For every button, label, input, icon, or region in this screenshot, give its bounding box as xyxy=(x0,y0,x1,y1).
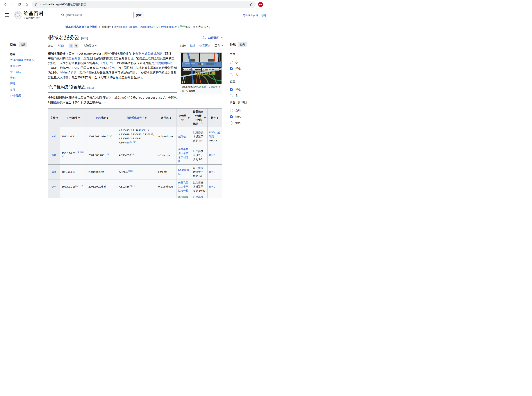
appearance-option-浅色[interactable]: 浅色 xyxy=(230,115,260,118)
sort-icon[interactable] xyxy=(188,117,189,119)
wiki-link[interactable]: IPv6 xyxy=(96,116,101,119)
wiki-link[interactable]: @wikipedia_zh_n xyxy=(114,25,137,28)
toc-item[interactable]: 参见 xyxy=(10,76,44,79)
wiki-link[interactable]: 威瑞信 xyxy=(178,135,186,138)
appearance-option-小[interactable]: 小 xyxy=(230,61,260,64)
wiki-link[interactable]: 字节 xyxy=(109,66,115,70)
edit-link[interactable]: 编辑 xyxy=(82,37,87,40)
toc-hide-button[interactable]: 隐藏 xyxy=(18,42,27,47)
reference-link[interactable]: [3] xyxy=(104,100,106,103)
variant-chip[interactable]: 漢 xyxy=(74,44,78,48)
tab-工具[interactable]: 工具 xyxy=(214,42,222,49)
radio-button[interactable] xyxy=(230,67,233,70)
wiki-link[interactable]: 任播 xyxy=(195,196,201,198)
radio-button[interactable] xyxy=(230,73,233,76)
column-header[interactable]: 设置地点#数量（全球/地区）[5] xyxy=(191,108,207,127)
radio-button[interactable] xyxy=(230,88,233,91)
radio-button[interactable] xyxy=(230,121,233,125)
wiki-link[interactable]: 域名服务器 xyxy=(66,57,80,60)
reload-button[interactable] xyxy=(16,1,23,7)
adblock-extension-icon[interactable]: ABP xyxy=(258,2,263,7)
reference-link[interactable]: [4][注 1] xyxy=(142,128,149,131)
appearance-option-深色[interactable]: 深色 xyxy=(230,121,260,125)
edit-link[interactable]: 编辑 xyxy=(88,87,93,89)
wikipedia-logo[interactable]: Ω W 维 И xyxy=(14,11,22,20)
root-server-link[interactable]: D xyxy=(52,185,56,188)
wiki-link[interactable]: 维基百科志愿者互联交流群 xyxy=(65,25,97,28)
wiki-link[interactable]: 任播 xyxy=(54,101,60,104)
search-input[interactable] xyxy=(59,12,133,18)
toc-item[interactable]: 参考 xyxy=(10,88,44,91)
radio-button[interactable] xyxy=(230,115,233,118)
main-menu-button[interactable] xyxy=(5,13,9,17)
sort-icon[interactable] xyxy=(107,117,108,119)
appearance-option-标准[interactable]: 标准 xyxy=(230,88,260,91)
column-header[interactable]: IPv4地址 xyxy=(60,108,87,127)
tab-编辑[interactable]: 编辑 xyxy=(190,42,195,49)
reference-link[interactable]: [注 2][6] xyxy=(130,140,136,143)
root-server-link[interactable]: A xyxy=(52,135,56,138)
toc-item[interactable]: 序言 xyxy=(10,52,44,56)
wiki-link[interactable]: IPv4 xyxy=(67,116,72,119)
wiki-link[interactable]: 任播 xyxy=(195,131,201,134)
root-server-link[interactable]: C xyxy=(52,170,56,173)
reference-link[interactable]: [1][2] xyxy=(60,71,65,73)
reference-link[interactable]: [4][11] xyxy=(128,170,133,172)
tab-查看历史[interactable]: 查看历史 xyxy=(200,42,211,49)
appearance-option-标准[interactable]: 标准 xyxy=(230,67,260,70)
wiki-link[interactable]: 互联网域名解析系统 xyxy=(136,52,162,55)
wiki-link[interactable]: 自治系统编号 xyxy=(126,116,142,119)
column-header[interactable]: 软件 xyxy=(207,108,222,127)
sort-icon[interactable] xyxy=(217,117,218,119)
sort-icon[interactable] xyxy=(170,117,171,119)
create-account-link[interactable]: 创建账号 xyxy=(261,14,266,17)
infobox-figure[interactable]: ROUTER.AMS-IX.K.RIPE.NET K.ROOT-SERVERS.… xyxy=(180,52,222,94)
appearance-hide-button[interactable]: 隐藏 xyxy=(238,42,247,47)
appearance-option-宽[interactable]: 宽 xyxy=(230,94,260,98)
wiki-wordmark[interactable]: 维基百科 自由的百科全书 xyxy=(24,11,44,19)
back-button[interactable] xyxy=(2,1,8,7)
radio-button[interactable] xyxy=(230,109,233,112)
tab-条目[interactable]: 条目 xyxy=(48,42,53,49)
wiki-link[interactable]: IPv4 xyxy=(72,66,78,70)
reference-link[interactable]: [注 4][12] xyxy=(75,185,83,187)
search-button[interactable]: 搜索 xyxy=(133,12,144,18)
appearance-option-自动[interactable]: 自动 xyxy=(230,109,260,112)
wiki-link[interactable]: NSD xyxy=(209,131,215,134)
address-bar[interactable]: zh.wikipedia.org/wiki/根網域名稱伺服器 xyxy=(32,1,256,8)
tab-阅读[interactable]: 阅读 xyxy=(180,42,186,49)
sort-icon[interactable] xyxy=(78,117,80,119)
reference-link[interactable]: [4][13] xyxy=(130,185,135,187)
toc-item[interactable]: 管理机构及设置地点 xyxy=(10,58,44,62)
url-text[interactable]: zh.wikipedia.org/wiki/根網域名稱伺服器 xyxy=(40,3,248,6)
wiki-link[interactable]: 用户数据报协议 xyxy=(151,62,172,65)
wiki-link[interactable]: 美国国家航空航天局埃姆斯研究中心 xyxy=(178,196,189,198)
tab-大陆简体[interactable]: 大陆简体 xyxy=(83,42,96,49)
wiki-link[interactable]: 任播 xyxy=(85,71,91,74)
reference-link[interactable]: [5] xyxy=(201,122,203,124)
appearance-option-大[interactable]: 大 xyxy=(230,73,260,77)
column-header[interactable]: 自治系统编号[4] xyxy=(117,108,156,127)
root-server-link[interactable]: B xyxy=(52,154,56,157)
wiki-link[interactable]: BIND xyxy=(209,170,215,173)
column-header[interactable]: 运营单位 xyxy=(177,108,191,127)
wiki-link[interactable]: 任播 xyxy=(195,181,201,184)
wiki-link[interactable]: BIND xyxy=(209,154,215,157)
column-header[interactable]: IPv6地址 xyxy=(87,108,117,127)
bookmark-star-icon[interactable] xyxy=(249,3,253,6)
sort-icon[interactable] xyxy=(204,117,206,119)
reference-link[interactable]: [4] xyxy=(142,116,144,118)
wiki-link[interactable]: BIND xyxy=(209,185,215,188)
column-header[interactable]: 曾用名 xyxy=(156,108,177,127)
sort-icon[interactable] xyxy=(145,117,147,119)
toc-item[interactable]: 中国大陆 xyxy=(10,70,44,73)
tab-讨论[interactable]: 讨论 xyxy=(58,42,64,49)
radio-button[interactable] xyxy=(230,94,233,97)
toc-item[interactable]: 脚注 xyxy=(10,82,44,85)
wiki-link[interactable]: 美国马里兰大学学院市分校 xyxy=(178,181,189,192)
home-button[interactable] xyxy=(23,1,30,7)
toc-item[interactable]: 根域文件 xyxy=(10,64,44,68)
reference-link[interactable]: [9] xyxy=(107,153,109,155)
wiki-link[interactable]: Cogent通信 xyxy=(178,169,189,175)
sort-icon[interactable] xyxy=(56,117,58,119)
